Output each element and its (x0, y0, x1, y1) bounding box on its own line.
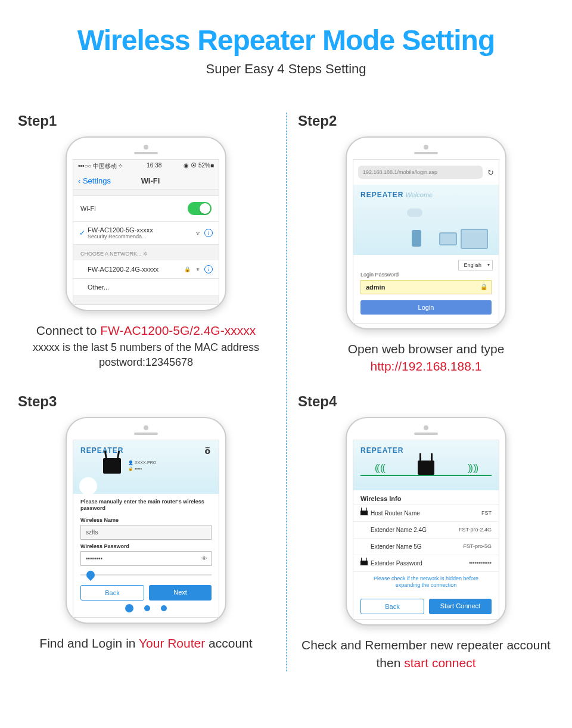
login-hero: REPEATER Welcome (353, 185, 499, 255)
lock-icon: 🔒 (184, 266, 191, 272)
step2-label: Step2 (298, 113, 554, 129)
step-4: Step4 REPEATER (( (( )) )) Wireless Info… (298, 393, 554, 671)
person-icon (412, 230, 421, 247)
progress-dots (73, 605, 219, 617)
info-icon[interactable]: i (204, 265, 213, 273)
back-button[interactable]: Back (360, 599, 424, 614)
choose-network-header: CHOOSE A NETWORK... ✲ (73, 245, 219, 260)
wifi-label: Wi-Fi (80, 205, 96, 212)
repeater-header: REPEATER o̅ 👤 XXXX-PRO 🔒 ••••• (73, 440, 219, 494)
page-title: Wireless Repeater Mode Setting (18, 24, 554, 57)
phone-frame: REPEATER (( (( )) )) Wireless Info Host … (346, 417, 506, 626)
status-time: 16:38 (147, 162, 161, 170)
wifi-icon: ᯤ (195, 266, 202, 273)
step-1: Step1 •••○○ 中国移动 ᯤ 16:38 ◉ ⦿ 52%■ ‹ Sett… (18, 113, 274, 375)
signal-waves-icon: (( (( (375, 463, 384, 474)
info-row-password: Extender Password •••••••••••• (353, 555, 499, 572)
lock-icon: 🔒 (480, 284, 487, 290)
step4-label: Step4 (298, 393, 554, 410)
hidden-network-note: Please check if the network is hidden be… (353, 572, 499, 593)
checkmark-icon: ✓ (79, 229, 88, 237)
repeater-title: REPEATER (360, 446, 403, 455)
wifi-toggle-row: Wi-Fi (73, 195, 219, 222)
router-icon (360, 511, 368, 515)
status-bar: •••○○ 中国移动 ᯤ 16:38 ◉ ⦿ 52%■ (73, 160, 219, 173)
login-password-input[interactable]: admin 🔒 (360, 280, 492, 294)
monitor-icon (461, 229, 488, 249)
status-left: •••○○ 中国移动 ᯤ (78, 162, 125, 170)
router-icon (418, 461, 434, 475)
phone-frame: •••○○ 中国移动 ᯤ 16:38 ◉ ⦿ 52%■ ‹ Settings W… (66, 136, 226, 311)
login-password-label: Login Password (353, 270, 499, 279)
wifi-toggle[interactable] (188, 202, 212, 215)
status-right: ◉ ⦿ 52%■ (184, 162, 214, 170)
slider[interactable] (80, 571, 212, 579)
step1-label: Step1 (18, 113, 274, 129)
step-3: Step3 REPEATER o̅ 👤 XXXX-PRO 🔒 ••••• Ple… (18, 393, 274, 671)
credentials-preview: 👤 XXXX-PRO 🔒 ••••• (128, 461, 156, 472)
info-row-host: Host Router Name FST (353, 505, 499, 522)
wifi-icon: ᯤ (195, 229, 202, 237)
nav-bar: ‹ Settings Wi-Fi (73, 173, 219, 189)
step1-caption: Connect to FW-AC1200-5G/2.4G-xxxxx (18, 322, 274, 339)
welcome-text: Welcome (406, 191, 433, 198)
wireless-info-header: Wireless Info (353, 490, 499, 505)
connected-ssid: FW-AC1200-5G-xxxxx (88, 226, 193, 234)
start-connect-button[interactable]: Start Connect (429, 599, 492, 614)
nav-title: Wi-Fi (87, 176, 214, 185)
step2-caption: Open web browser and type (298, 340, 554, 357)
step-2: Step2 192.168.188.1/mobile/login.asp ↻ R… (298, 113, 554, 375)
spinner-icon: ✲ (143, 251, 148, 257)
connected-subtitle: Security Recommenda... (88, 234, 193, 239)
wireless-name-input[interactable]: szfts (80, 525, 212, 540)
page-subtitle: Super Easy 4 Steps Setting (18, 61, 554, 77)
step1-caption-pw: postword:12345678 (18, 356, 274, 369)
signal-icon: o̅ (204, 446, 210, 456)
step1-caption-sub: xxxxx is the last 5 numbers of the MAC a… (18, 341, 274, 354)
step4-caption: Check and Remember new repeater account … (298, 636, 554, 671)
step2-caption-url: http://192.168.188.1 (298, 357, 554, 375)
wireless-name-label: Wireless Name (73, 514, 219, 525)
network2-ssid: FW-AC1200-2.4G-xxxxx (88, 266, 182, 273)
next-button[interactable]: Next (149, 585, 212, 601)
language-select[interactable]: English (458, 260, 493, 270)
phone-frame: 192.168.188.1/mobile/login.asp ↻ REPEATE… (346, 136, 506, 329)
divider-line (286, 113, 287, 671)
repeater-title: REPEATER (360, 191, 403, 199)
step3-label: Step3 (18, 393, 274, 410)
router-icon (103, 458, 121, 474)
login-button[interactable]: Login (360, 300, 492, 315)
wireless-password-input[interactable]: •••••••• 👁 (80, 551, 212, 566)
back-button[interactable]: Back (80, 585, 144, 601)
router-icon (360, 561, 368, 565)
other-label: Other... (88, 284, 213, 291)
info-icon[interactable]: i (204, 229, 213, 237)
info-row-5g: Extender Name 5G FST-pro-5G (353, 539, 499, 555)
instruction-text: Please manually enter the main router's … (73, 494, 219, 514)
other-network-row[interactable]: Other... (73, 279, 219, 296)
connected-network-row[interactable]: ✓ FW-AC1200-5G-xxxxx Security Recommenda… (73, 222, 219, 245)
eye-icon[interactable]: 👁 (201, 555, 207, 562)
network-row-2[interactable]: FW-AC1200-2.4G-xxxxx 🔒 ᯤ i (73, 260, 219, 279)
signal-waves-icon: )) )) (468, 463, 477, 474)
step3-caption: Find and Login in Your Router account (18, 634, 274, 652)
gear-icon (79, 477, 97, 495)
info-row-24g: Extender Name 2.4G FST-pro-2.4G (353, 522, 499, 539)
reload-icon[interactable]: ↻ (487, 168, 494, 177)
monitor-icon (439, 232, 457, 245)
url-bar[interactable]: 192.168.188.1/mobile/login.asp (358, 166, 483, 179)
wireless-password-label: Wireless Password (73, 540, 219, 551)
repeater-header: REPEATER (( (( )) )) (353, 440, 499, 490)
phone-frame: REPEATER o̅ 👤 XXXX-PRO 🔒 ••••• Please ma… (66, 417, 226, 624)
